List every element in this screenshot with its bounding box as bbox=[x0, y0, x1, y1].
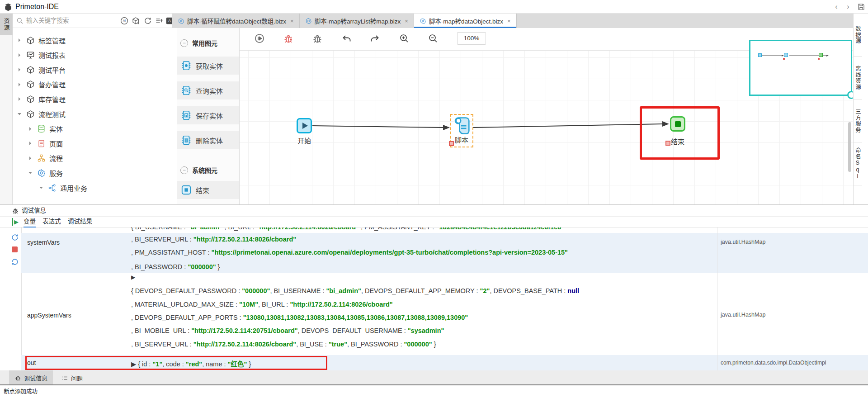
tab-variables[interactable]: 变量 bbox=[24, 217, 36, 227]
editor-tab-1[interactable]: 脚本-map转arrayList转map.bizx× bbox=[300, 14, 414, 28]
editor-tab-label: 脚本-map转arrayList转map.bizx bbox=[315, 16, 401, 25]
resource-search-bar[interactable]: 输入关键字搜索 AIA bbox=[13, 14, 172, 28]
debug-panel-header: 调试信息 — bbox=[0, 205, 868, 217]
collapse-icon[interactable]: − bbox=[180, 39, 188, 47]
close-icon[interactable]: × bbox=[290, 18, 294, 24]
cube-icon bbox=[26, 36, 35, 45]
rail-tab-1[interactable]: 离线资源 bbox=[854, 57, 862, 100]
sidebar-item-0[interactable]: 标签管理 bbox=[13, 34, 177, 47]
rail-tab-resources[interactable]: 资源 bbox=[0, 14, 13, 35]
palette-item-结束[interactable]: 结束 bbox=[177, 181, 239, 199]
sidebar-item-9[interactable]: 服务 bbox=[13, 166, 177, 179]
collapse-icon[interactable]: − bbox=[180, 166, 188, 174]
rail-tab-0[interactable]: 数据源 bbox=[854, 14, 862, 57]
editor-tab-label: 脚本-map转dataObject.bizx bbox=[429, 16, 503, 25]
refresh-icon[interactable] bbox=[144, 17, 152, 25]
chevron-right-icon[interactable] bbox=[28, 156, 33, 161]
palette-group-header-1[interactable]: −系统图元 bbox=[177, 164, 239, 176]
bottom-tab-debug-info[interactable]: 调试信息 bbox=[9, 370, 53, 385]
chevron-right-icon[interactable] bbox=[17, 97, 22, 101]
minimap-breakpoint-dot bbox=[818, 58, 820, 60]
sort-list-icon[interactable] bbox=[155, 17, 163, 25]
sidebar-item-5[interactable]: 流程测试 bbox=[13, 108, 177, 120]
bug-icon bbox=[14, 374, 21, 381]
close-icon[interactable]: × bbox=[507, 18, 511, 24]
breakpoint-badge[interactable] bbox=[449, 141, 454, 146]
chip-save-icon bbox=[181, 110, 192, 121]
minimap[interactable] bbox=[749, 40, 852, 96]
sidebar-item-7[interactable]: 页面 bbox=[13, 137, 177, 150]
palette-item-删除实体[interactable]: 删除实体 bbox=[177, 131, 239, 149]
chevron-down-icon[interactable] bbox=[17, 112, 22, 116]
run-continue-icon[interactable] bbox=[254, 33, 265, 44]
stop-debug-icon[interactable] bbox=[283, 33, 294, 44]
palette-item-查询实体[interactable]: 查询实体 bbox=[177, 81, 239, 100]
end-node[interactable] bbox=[670, 116, 685, 132]
end-node-icon bbox=[181, 185, 192, 195]
palette-item-获取实体[interactable]: 获取实体 bbox=[177, 57, 239, 75]
editor-tab-0[interactable]: 脚本-循环赋值转dataObject数组.bizx× bbox=[172, 14, 300, 28]
undo-icon[interactable] bbox=[341, 33, 352, 44]
flow-canvas[interactable]: 100% 开始 脚本 结束 bbox=[240, 28, 853, 204]
nav-back-icon[interactable]: ‹ bbox=[832, 2, 841, 12]
table-row[interactable]: out ▶ { id : "1", code : "red", name : "… bbox=[21, 355, 868, 370]
chevron-right-icon[interactable] bbox=[28, 127, 33, 131]
chevron-down-icon[interactable] bbox=[28, 171, 33, 175]
close-icon[interactable]: × bbox=[405, 18, 408, 24]
sidebar-item-6[interactable]: 实体 bbox=[13, 123, 177, 135]
minimap-breakpoint-dot bbox=[783, 58, 785, 60]
rail-tab-3[interactable]: 命名Sql bbox=[854, 142, 862, 185]
stop-icon[interactable] bbox=[12, 246, 18, 252]
step-over-icon[interactable] bbox=[11, 233, 19, 242]
variable-type: java.util.HashMap bbox=[721, 239, 765, 245]
sidebar-item-3[interactable]: 督办管理 bbox=[13, 78, 177, 91]
bottom-tab-problems[interactable]: 问题 bbox=[56, 370, 88, 385]
nav-forward-icon[interactable]: › bbox=[844, 2, 853, 12]
sidebar-item-label: 流程 bbox=[49, 153, 63, 163]
chevron-right-icon[interactable] bbox=[17, 53, 22, 57]
minimap-resize-handle[interactable] bbox=[847, 91, 853, 99]
chevron-down-icon[interactable] bbox=[39, 185, 43, 190]
app-title: Primeton-IDE bbox=[15, 0, 59, 14]
sidebar-item-8[interactable]: 流程 bbox=[13, 152, 177, 165]
sidebar-item-1[interactable]: 测试报表 bbox=[13, 49, 177, 62]
minimize-icon[interactable]: — bbox=[837, 205, 848, 217]
variable-type: com.primeton.data.sdo.impl.DataObjectImp… bbox=[721, 360, 826, 366]
restart-icon[interactable] bbox=[11, 258, 19, 266]
ai-assist-icon[interactable]: AI bbox=[120, 17, 128, 25]
palette-group-title: 系统图元 bbox=[192, 166, 217, 175]
palette-item-保存实体[interactable]: 保存实体 bbox=[177, 106, 239, 124]
palette-group-header-0[interactable]: −常用图元 bbox=[177, 37, 239, 49]
sidebar-item-2[interactable]: 测试平台 bbox=[13, 63, 177, 76]
sidebar-item-4[interactable]: 库存管理 bbox=[13, 93, 177, 105]
gear-icon bbox=[420, 18, 426, 24]
search-input[interactable]: 输入关键字搜索 bbox=[26, 14, 69, 28]
chevron-right-icon[interactable] bbox=[17, 38, 22, 43]
editor-tab-2[interactable]: 脚本-map转dataObject.bizx× bbox=[414, 14, 517, 28]
editor-tab-label: 脚本-循环赋值转dataObject数组.bizx bbox=[187, 16, 286, 25]
tab-expressions[interactable]: 表达式 bbox=[42, 217, 61, 227]
zoom-level[interactable]: 100% bbox=[457, 32, 486, 45]
sidebar-item-10[interactable]: 通用业务 bbox=[13, 181, 177, 194]
script-node[interactable] bbox=[452, 116, 471, 135]
start-node[interactable] bbox=[297, 118, 312, 133]
sidebar-item-label: 页面 bbox=[49, 139, 63, 148]
tab-debug-results[interactable]: 调试结果 bbox=[68, 217, 92, 227]
chevron-right-icon[interactable] bbox=[17, 67, 22, 72]
debug-icon[interactable] bbox=[312, 33, 323, 44]
breakpoint-badge[interactable] bbox=[665, 141, 670, 146]
table-row[interactable]: systemVars , BI_SERVER_URL : "http://172… bbox=[21, 233, 868, 273]
rail-tab-2[interactable]: 三方服务 bbox=[854, 100, 862, 142]
sidebar-item-label: 测试报表 bbox=[38, 50, 66, 60]
table-row[interactable]: appSystemVars ▶ { DEVOPS_DEFAULT_PASSWOR… bbox=[21, 273, 868, 355]
redo-icon[interactable] bbox=[369, 33, 380, 44]
canvas-vertical-scrollbar[interactable] bbox=[848, 122, 851, 172]
save-icon[interactable] bbox=[857, 3, 865, 11]
zoom-in-icon[interactable] bbox=[399, 33, 410, 44]
new-project-icon[interactable] bbox=[132, 17, 140, 25]
chevron-right-icon[interactable] bbox=[28, 141, 33, 146]
resume-icon[interactable]: ▶ bbox=[12, 218, 19, 226]
zoom-out-icon[interactable] bbox=[428, 33, 439, 44]
chevron-right-icon[interactable] bbox=[17, 82, 22, 87]
sidebar-item-label: 测试平台 bbox=[38, 65, 66, 75]
